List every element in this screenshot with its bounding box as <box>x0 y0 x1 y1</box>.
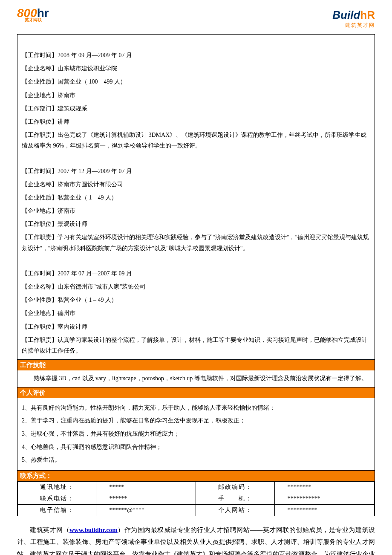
contact-label: 通讯地址： <box>18 481 96 493</box>
field-label: 【工作时间】 <box>22 270 58 277</box>
contact-label: 手 机： <box>196 493 274 504</box>
table-row: 通讯地址： ***** 邮政编码： ******** <box>18 481 375 493</box>
field-label: 【工作职责】 <box>22 132 58 138</box>
table-row: 电子信箱： ******@**** 个人网站： ********** <box>18 504 375 516</box>
field-label: 【企业地点】 <box>22 208 58 214</box>
field-value: 出色完成了《建筑计算机辅助设计 3DMAX》、《建筑环境课题设计》课程的教学工作… <box>22 132 366 149</box>
field-label: 【企业性质】 <box>22 194 58 201</box>
field-value: 济南市 <box>58 92 75 98</box>
field-value: 私营企业（ 1 – 49 人） <box>58 297 117 303</box>
contact-table: 通讯地址： ***** 邮政编码： ******** 联系电话： ****** … <box>17 481 375 516</box>
contact-value: ******@**** <box>96 504 196 516</box>
contact-label: 电子信箱： <box>18 504 96 516</box>
field-label: 【企业名称】 <box>22 181 58 188</box>
field-value: 山东省德州市"城市人家"装饰公司 <box>58 283 146 290</box>
eval-line: 2、善于学习，注重内在品质的提升，能够在日常的学习生活中发现不足，积极改正； <box>22 415 370 427</box>
eval-line: 1、具有良好的沟通能力。性格开朗外向，精力充沛，乐于助人，能够给人带来轻松愉快的… <box>22 402 370 414</box>
field-value: 认真学习家装设计的整个流程，了解接单，设计，材料，施工等主要专业知识，实习接近尾… <box>22 337 368 354</box>
logo-build-hr: hR <box>360 9 375 21</box>
section-header-evaluation: 个人评价 <box>17 387 375 398</box>
field-value: 济南市方圆设计有限公司 <box>58 181 123 188</box>
field-value: 私营企业（ 1 – 49 人） <box>58 194 117 201</box>
field-value: 德州市 <box>58 310 75 316</box>
field-label: 【工作职责】 <box>22 234 58 240</box>
work-experience-block: 【工作时间】2007 年 12 月—2009 年 07 月 【企业名称】济南市方… <box>17 162 375 257</box>
contact-value: ******** <box>274 481 374 493</box>
field-value: 济南市 <box>58 208 75 214</box>
contact-value: ***** <box>96 481 196 493</box>
section-body-skills: 熟练掌握 3D，cad 以及 vary，lightscape，potoshop，… <box>17 370 375 387</box>
resume-content: 【工作时间】2008 年 09 月—2009 年 07 月 【企业名称】山东城市… <box>17 34 375 516</box>
footer-paragraph: 建筑英才网（www.buildhr.com）作为国内最权威最专业的行业人才招聘网… <box>17 524 375 555</box>
field-label: 【工作职位】 <box>22 221 58 227</box>
skills-text: 熟练掌握 3D，cad 以及 vary，lightscape，potoshop，… <box>22 373 370 384</box>
eval-line: 3、进取心强，不甘落后，并具有较好的抗压能力和适应力； <box>22 428 370 440</box>
work-experience-block: 【工作时间】2008 年 09 月—2009 年 07 月 【企业名称】山东城市… <box>17 35 375 155</box>
logo-buildhr: BuildhR 建筑英才网 <box>332 9 375 29</box>
field-label: 【企业性质】 <box>22 297 58 303</box>
section-header-skills: 工作技能 <box>17 359 375 370</box>
field-value: 2008 年 09 月—2009 年 07 月 <box>58 52 132 58</box>
contact-label: 邮政编码： <box>196 481 274 493</box>
section-body-evaluation: 1、具有良好的沟通能力。性格开朗外向，精力充沛，乐于助人，能够给人带来轻松愉快的… <box>17 398 375 470</box>
logo-build-sub: 建筑英才网 <box>332 22 375 29</box>
section-header-contact: 联系方式： <box>17 470 375 481</box>
work-experience-block: 【工作时间】2007 年 07 月—2007 年 09 月 【企业名称】山东省德… <box>17 265 375 359</box>
field-label: 【企业地点】 <box>22 310 58 316</box>
field-label: 【工作时间】 <box>22 168 58 174</box>
field-label: 【工作职位】 <box>22 119 58 125</box>
field-label: 【企业地点】 <box>22 92 58 98</box>
contact-value: ********** <box>274 504 374 516</box>
field-value: 景观设计师 <box>58 221 87 227</box>
page-header: 800hr 英才网联 BuildhR 建筑英才网 <box>17 9 375 29</box>
eval-line: 5、热爱生活。 <box>22 454 370 466</box>
footer-lead: 建筑英才网（ <box>30 526 69 533</box>
contact-value: ****** <box>96 493 196 504</box>
field-label: 【工作职责】 <box>22 337 58 343</box>
field-value: 讲师 <box>58 119 69 125</box>
field-value: 2007 年 07 月—2007 年 09 月 <box>58 270 132 277</box>
field-label: 【工作职位】 <box>22 324 58 330</box>
field-value: 山东城市建设职业学院 <box>58 65 117 72</box>
contact-label: 个人网站： <box>196 504 274 516</box>
field-value: 国营企业（ 100 – 499 人） <box>58 78 126 85</box>
field-value: 建筑成规系 <box>58 105 87 112</box>
field-label: 【工作部门】 <box>22 105 58 112</box>
logo-800hr: 800hr 英才网联 <box>17 9 49 23</box>
field-value: 室内设计师 <box>58 324 87 330</box>
footer-link[interactable]: www.buildhr.com <box>69 526 118 533</box>
contact-value: *********** <box>274 493 374 504</box>
contact-label: 联系电话： <box>18 493 96 504</box>
eval-line: 4、心地善良，具有强烈的感恩意识和团队合作精神； <box>22 442 370 453</box>
field-label: 【企业名称】 <box>22 283 58 290</box>
field-label: 【企业性质】 <box>22 78 58 85</box>
field-label: 【企业名称】 <box>22 65 58 72</box>
field-value: 学习有关建筑室外环境设计的相关理论和实践经验，参与了"济南宏济堂及建筑改造设计"… <box>22 234 369 251</box>
table-row: 联系电话： ****** 手 机： *********** <box>18 493 375 504</box>
field-value: 2007 年 12 月—2009 年 07 月 <box>58 168 132 174</box>
field-label: 【工作时间】 <box>22 52 58 58</box>
logo-build: Build <box>332 9 360 21</box>
